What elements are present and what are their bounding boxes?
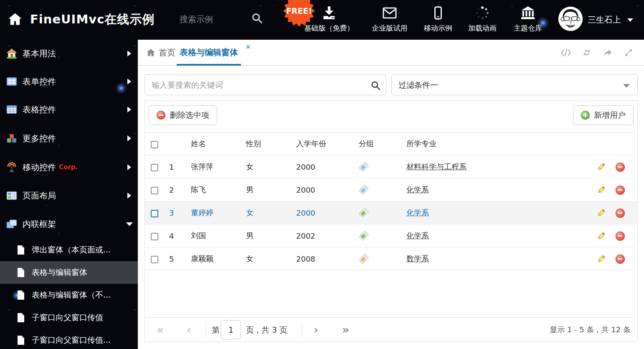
tab-home-label: 首页 (159, 47, 175, 59)
sidebar-subitem-child-to-parent-2[interactable]: 子窗口向父窗口传值... (0, 329, 138, 349)
plus-circle-icon (581, 111, 590, 120)
share-icon[interactable] (602, 48, 613, 58)
row-checkbox[interactable] (151, 164, 158, 171)
table-header-row: 姓名 性别 入学年份 分组 所学专业 (145, 132, 637, 155)
home-tab-icon (146, 48, 155, 57)
grid-toolbar: 删除选中项 新增用户 (145, 101, 637, 132)
header-search-input[interactable]: 搜索示例 (180, 14, 213, 25)
major-link[interactable]: 数学系 (406, 254, 429, 263)
chevron-right-icon (127, 164, 131, 170)
page-number-input[interactable] (221, 320, 241, 339)
edit-pencil-icon[interactable] (596, 208, 606, 218)
column-header-major: 所学专业 (403, 132, 593, 155)
sidebar-subitem-grid-edit-window[interactable]: 表格与编辑窗体 (0, 261, 138, 284)
row-checkbox[interactable] (151, 233, 158, 240)
sidebar-item-grid-controls[interactable]: 表格控件 (0, 98, 138, 121)
mobile-icon (431, 5, 446, 20)
user-name[interactable]: 三生石上 (588, 14, 621, 25)
expand-icon[interactable] (623, 48, 634, 58)
sidebar-item-mobile-controls[interactable]: 移动控件 Corp. (0, 155, 138, 179)
tab-close-icon[interactable]: ✕ (246, 43, 251, 51)
pagination-bar: « ‹ 第 页 , 共 3 页 › » 显示 1 - 5 条 , 共 12 条 (145, 317, 637, 341)
sidebar-subitem-popup-window[interactable]: 弹出窗体（本页面或... (0, 239, 138, 261)
sidebar-item-page-layout[interactable]: 页面布局 (0, 184, 138, 207)
delete-selected-label: 删除选中项 (170, 110, 209, 121)
row-number: 5 (166, 247, 188, 270)
major-link[interactable]: 化学系 (406, 208, 429, 217)
filter-condition-select[interactable]: 过滤条件一 (391, 74, 638, 95)
nav-theme-repo[interactable]: 主题仓库 (497, 4, 559, 33)
row-checkbox[interactable] (151, 210, 158, 217)
tag-icon (359, 231, 369, 241)
major-link[interactable]: 材料科学与工程系 (406, 162, 467, 171)
row-number: 1 (166, 155, 188, 178)
user-menu-caret-icon[interactable] (627, 18, 633, 22)
edit-pencil-icon[interactable] (596, 185, 606, 195)
delete-row-icon[interactable] (616, 163, 625, 172)
delete-selected-button[interactable]: 删除选中项 (149, 105, 217, 125)
user-avatar[interactable] (558, 7, 583, 31)
page-icon (17, 335, 25, 345)
cell-gender: 女 (243, 155, 293, 178)
column-header-name: 姓名 (188, 132, 243, 155)
table-row[interactable]: 4 刘国 男 2002 化学系 (145, 224, 637, 247)
sidebar-item-label: 内联框架 (23, 219, 56, 230)
pager-divider (206, 322, 206, 337)
page-prefix-label: 第 (212, 318, 220, 342)
sidebar-item-form-controls[interactable]: 表单控件 (0, 70, 138, 93)
nav-basic-edition[interactable]: 基础版（免费） (298, 4, 360, 33)
sidebar-item-more-controls[interactable]: 更多控件 (0, 127, 138, 150)
column-header-gender: 性别 (243, 132, 293, 155)
first-page-button[interactable]: « (157, 318, 164, 342)
delete-row-icon[interactable] (616, 255, 625, 264)
cell-year: 2000 (293, 155, 355, 178)
sidebar-item-iframe[interactable]: 内联框架 (0, 212, 138, 236)
tab-home[interactable]: 首页 (146, 40, 175, 66)
table-row[interactable]: 2 陈飞 男 2000 化学系 (145, 178, 637, 201)
chevron-right-icon (127, 107, 131, 112)
tab-active-label: 表格与编辑窗体 (180, 47, 238, 57)
cell-gender: 女 (243, 201, 293, 224)
tab-grid-edit-window[interactable]: 表格与编辑窗体 ✕ (177, 40, 241, 66)
edit-pencil-icon[interactable] (596, 254, 606, 264)
layout-icon (6, 190, 18, 201)
refresh-icon[interactable] (581, 48, 592, 58)
page-icon (17, 313, 25, 323)
column-header-year: 入学年份 (293, 132, 355, 155)
table-row[interactable]: 5 康颖颖 女 2008 数学系 (145, 247, 637, 270)
tag-icon (359, 254, 369, 264)
major-link[interactable]: 化学系 (406, 231, 429, 240)
download-icon (321, 5, 337, 21)
next-page-button[interactable]: › (314, 318, 318, 342)
delete-row-icon[interactable] (616, 186, 625, 195)
delete-row-icon[interactable] (616, 209, 625, 218)
corp-badge: Corp. (59, 163, 78, 171)
select-all-checkbox[interactable] (151, 141, 158, 148)
edit-pencil-icon[interactable] (596, 231, 606, 241)
table-row[interactable]: 1 张萍萍 女 2000 材料科学与工程系 (145, 155, 637, 178)
page-icon (17, 245, 25, 255)
sidebar-subitem-child-to-parent[interactable]: 子窗口向父窗口传值 (0, 306, 138, 329)
header-search-icon[interactable] (251, 12, 263, 24)
sidebar-item-label: 表格控件 (23, 104, 56, 115)
prev-page-button[interactable]: ‹ (187, 318, 191, 342)
keyword-search-input[interactable] (145, 75, 386, 95)
row-checkbox[interactable] (151, 187, 158, 194)
delete-row-icon[interactable] (616, 232, 625, 241)
last-page-button[interactable]: » (342, 318, 349, 342)
house-icon (6, 48, 18, 59)
table-row-selected[interactable]: 3 董婷婷 女 2000 化学系 (145, 201, 637, 224)
edit-pencil-icon[interactable] (596, 162, 606, 172)
sidebar-subitem-grid-edit-window-2[interactable]: 表格与编辑窗体（不... (0, 284, 138, 306)
source-code-icon[interactable] (560, 48, 571, 58)
major-link[interactable]: 化学系 (406, 185, 429, 194)
search-icon[interactable] (370, 80, 381, 91)
tag-icon (359, 208, 369, 218)
tag-icon (359, 185, 369, 195)
sidebar-item-basic-usage[interactable]: 基本用法 (0, 42, 138, 65)
row-checkbox[interactable] (151, 256, 158, 263)
chevron-right-icon (127, 79, 131, 84)
home-logo-icon[interactable] (8, 12, 23, 27)
cell-gender: 女 (243, 247, 293, 270)
add-user-button[interactable]: 新增用户 (573, 105, 634, 125)
